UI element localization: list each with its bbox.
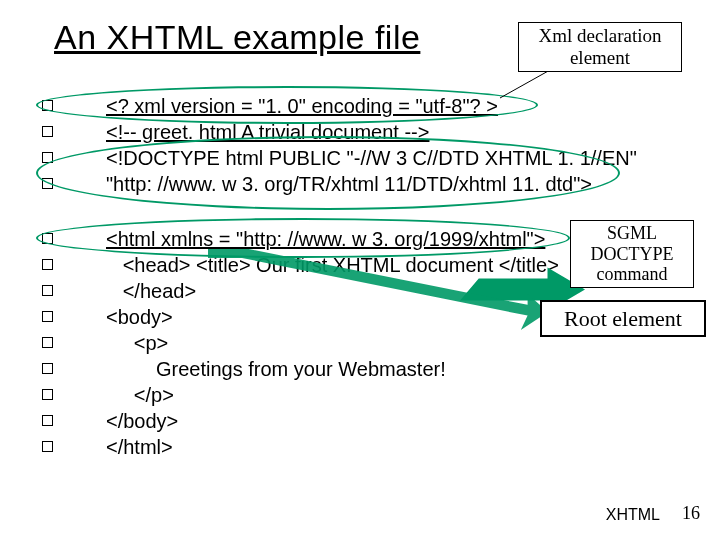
bullet-icon: [42, 126, 53, 137]
bullet-icon: [42, 311, 53, 322]
code-line: </head>: [106, 280, 196, 303]
code-line: <body>: [106, 306, 173, 329]
bullet-icon: [42, 389, 53, 400]
callout-root: Root element: [540, 300, 706, 337]
bullet-icon: [42, 441, 53, 452]
page-number: 16: [682, 503, 700, 524]
bullet-icon: [42, 337, 53, 348]
code-line: Greetings from your Webmaster!: [106, 358, 446, 381]
callout-sgml-text: SGML DOCTYPE command: [590, 223, 673, 284]
callout-xml-decl: Xml declaration element: [518, 22, 682, 72]
code-line: <p>: [106, 332, 168, 355]
code-line: </body>: [106, 410, 178, 433]
code-line: </html>: [106, 436, 173, 459]
slide: An XHTML example file Xml declaration el…: [0, 0, 720, 540]
highlight-oval-root: [36, 218, 570, 258]
callout-sgml: SGML DOCTYPE command: [570, 220, 694, 288]
bullet-icon: [42, 285, 53, 296]
code-line: </p>: [106, 384, 174, 407]
slide-title: An XHTML example file: [54, 18, 420, 57]
svg-line-0: [500, 70, 550, 98]
highlight-oval-doctype: [36, 136, 620, 210]
bullet-icon: [42, 259, 53, 270]
callout-root-text: Root element: [564, 306, 682, 331]
bullet-icon: [42, 415, 53, 426]
footer-label: XHTML: [606, 506, 660, 524]
highlight-oval-xml-decl: [36, 86, 538, 124]
bullet-icon: [42, 363, 53, 374]
callout-xml-decl-text: Xml declaration element: [539, 25, 662, 68]
